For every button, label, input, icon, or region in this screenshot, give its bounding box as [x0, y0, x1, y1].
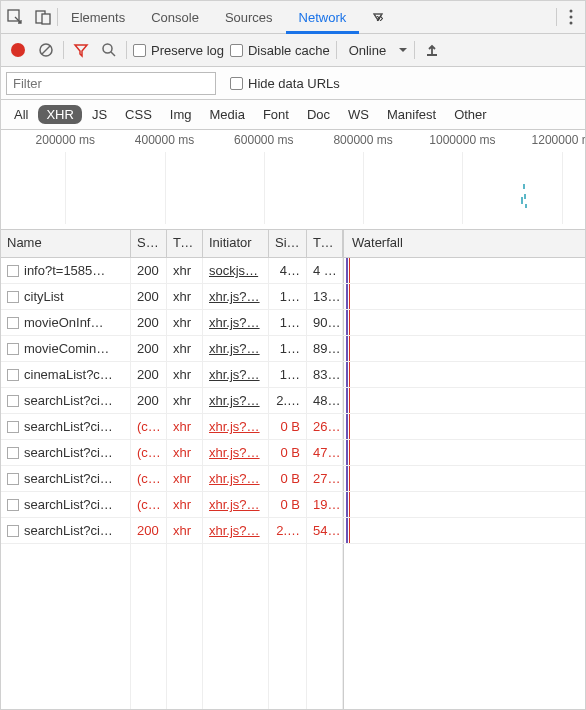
request-time: 4 …	[307, 258, 343, 283]
request-name: searchList?ci…	[24, 445, 113, 460]
request-row[interactable]: searchList?ci…(c…xhrxhr.js?…0 B47…	[1, 440, 585, 466]
device-toggle-icon[interactable]	[29, 1, 57, 34]
svg-point-3	[570, 10, 573, 13]
request-name: cityList	[24, 289, 64, 304]
filter-icon[interactable]	[70, 39, 92, 61]
request-row[interactable]: movieComin…200xhrxhr.js?…1…89…	[1, 336, 585, 362]
type-filter-all[interactable]: All	[6, 105, 36, 124]
col-status[interactable]: St…	[131, 230, 167, 257]
type-filter-css[interactable]: CSS	[117, 105, 160, 124]
hide-data-urls-checkbox[interactable]: Hide data URLs	[230, 76, 340, 91]
request-row[interactable]: searchList?ci…200xhrxhr.js?…2.…54…	[1, 518, 585, 544]
chevron-down-icon[interactable]	[398, 45, 408, 55]
type-filter-xhr[interactable]: XHR	[38, 105, 81, 124]
request-time: 47…	[307, 440, 343, 465]
tab-network[interactable]: Network	[286, 1, 360, 34]
request-initiator[interactable]: xhr.js?…	[209, 289, 260, 304]
file-icon	[7, 447, 19, 459]
waterfall-cell	[343, 440, 585, 465]
request-initiator[interactable]: xhr.js?…	[209, 315, 260, 330]
col-time[interactable]: Ti…	[307, 230, 343, 257]
preserve-log-label: Preserve log	[151, 43, 224, 58]
devtools-tabs: ElementsConsoleSourcesNetwork »	[1, 1, 585, 34]
upload-har-icon[interactable]	[421, 39, 443, 61]
request-row[interactable]: searchList?ci…(c…xhrxhr.js?…0 B19…	[1, 492, 585, 518]
request-name: movieComin…	[24, 341, 109, 356]
throttling-select[interactable]: Online	[343, 43, 393, 58]
request-row[interactable]: cinemaList?c…200xhrxhr.js?…1…83…	[1, 362, 585, 388]
tab-console[interactable]: Console	[138, 1, 212, 34]
table-header: Name St… Ty… Initiator Size Ti… Waterfal…	[1, 230, 585, 258]
type-filter-other[interactable]: Other	[446, 105, 495, 124]
waterfall-cell	[343, 414, 585, 439]
type-filter-manifest[interactable]: Manifest	[379, 105, 444, 124]
type-filter-js[interactable]: JS	[84, 105, 115, 124]
request-type: xhr	[167, 284, 203, 309]
request-time: 89…	[307, 336, 343, 361]
tab-sources[interactable]: Sources	[212, 1, 286, 34]
record-button[interactable]	[7, 39, 29, 61]
request-row[interactable]: searchList?ci…200xhrxhr.js?…2.…48…	[1, 388, 585, 414]
request-type: xhr	[167, 362, 203, 387]
tab-elements[interactable]: Elements	[58, 1, 138, 34]
timeline-tick: 800000 ms	[333, 133, 392, 147]
col-waterfall[interactable]: Waterfall	[343, 230, 585, 257]
filter-input[interactable]	[6, 72, 216, 95]
request-name: searchList?ci…	[24, 471, 113, 486]
col-size[interactable]: Size	[269, 230, 307, 257]
request-name: cinemaList?c…	[24, 367, 113, 382]
kebab-menu-icon[interactable]	[557, 1, 585, 34]
disable-cache-checkbox[interactable]: Disable cache	[230, 43, 330, 58]
type-filter-doc[interactable]: Doc	[299, 105, 338, 124]
throttling-value: Online	[349, 43, 387, 58]
svg-point-8	[103, 44, 112, 53]
request-row[interactable]: movieOnInf…200xhrxhr.js?…1…90…	[1, 310, 585, 336]
request-row[interactable]: info?t=1585…200xhrsockjs…4…4 …	[1, 258, 585, 284]
filter-bar: Hide data URLs	[1, 67, 585, 100]
request-row[interactable]: cityList200xhrxhr.js?…1…13…	[1, 284, 585, 310]
type-filter-img[interactable]: Img	[162, 105, 200, 124]
timeline-marker	[521, 197, 523, 204]
clear-button[interactable]	[35, 39, 57, 61]
request-size: 2.…	[269, 388, 307, 413]
waterfall-cell	[343, 518, 585, 543]
type-filter-bar: AllXHRJSCSSImgMediaFontDocWSManifestOthe…	[1, 100, 585, 130]
type-filter-font[interactable]: Font	[255, 105, 297, 124]
waterfall-cell	[343, 284, 585, 309]
request-row[interactable]: searchList?ci…(c…xhrxhr.js?…0 B26…	[1, 414, 585, 440]
request-type: xhr	[167, 336, 203, 361]
file-icon	[7, 499, 19, 511]
request-initiator[interactable]: xhr.js?…	[209, 419, 260, 434]
request-row[interactable]: searchList?ci…(c…xhrxhr.js?…0 B27…	[1, 466, 585, 492]
timeline-overview[interactable]: 200000 ms400000 ms600000 ms800000 ms1000…	[1, 130, 585, 230]
file-icon	[7, 525, 19, 537]
type-filter-media[interactable]: Media	[201, 105, 252, 124]
request-size: 4…	[269, 258, 307, 283]
more-tabs-icon[interactable]: »	[359, 1, 396, 34]
inspect-icon[interactable]	[1, 1, 29, 34]
request-initiator[interactable]: xhr.js?…	[209, 393, 260, 408]
svg-line-7	[42, 46, 50, 54]
divider	[414, 41, 415, 59]
request-size: 1…	[269, 284, 307, 309]
request-initiator[interactable]: xhr.js?…	[209, 341, 260, 356]
timeline-tick: 200000 ms	[36, 133, 95, 147]
svg-point-5	[570, 22, 573, 25]
request-status: (c…	[131, 492, 167, 517]
request-initiator[interactable]: sockjs…	[209, 263, 258, 278]
request-size: 1…	[269, 362, 307, 387]
request-initiator[interactable]: xhr.js?…	[209, 523, 260, 538]
search-icon[interactable]	[98, 39, 120, 61]
col-type[interactable]: Ty…	[167, 230, 203, 257]
type-filter-ws[interactable]: WS	[340, 105, 377, 124]
request-initiator[interactable]: xhr.js?…	[209, 445, 260, 460]
col-name[interactable]: Name	[1, 230, 131, 257]
timeline-marker	[524, 194, 526, 199]
request-initiator[interactable]: xhr.js?…	[209, 367, 260, 382]
col-initiator[interactable]: Initiator	[203, 230, 269, 257]
request-status: 200	[131, 258, 167, 283]
request-initiator[interactable]: xhr.js?…	[209, 497, 260, 512]
preserve-log-checkbox[interactable]: Preserve log	[133, 43, 224, 58]
request-initiator[interactable]: xhr.js?…	[209, 471, 260, 486]
request-status: (c…	[131, 440, 167, 465]
